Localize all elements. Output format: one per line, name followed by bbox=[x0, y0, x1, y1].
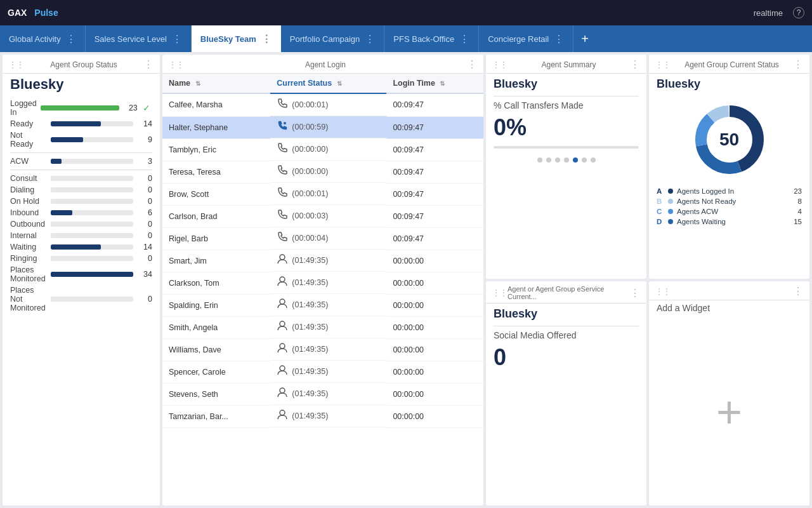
table-row[interactable]: Williams, Dave(01:49:35)00:00:00 bbox=[162, 338, 483, 361]
table-row[interactable]: Stevens, Seth(01:49:35)00:00:00 bbox=[162, 383, 483, 405]
stat-value: 14 bbox=[137, 243, 152, 251]
legend-value: 23 bbox=[794, 187, 802, 195]
stat-bar-wrap bbox=[51, 210, 133, 215]
legend-row: DAgents Waiting15 bbox=[649, 217, 809, 227]
table-row[interactable]: Spalding, Erin(01:49:35)00:00:00 bbox=[162, 294, 483, 316]
panel-menu-icon[interactable]: ⋮ bbox=[630, 287, 640, 299]
stat-label: Outbound bbox=[10, 220, 47, 229]
agent-group-status-panel: ⋮⋮ Agent Group Status ⋮ Bluesky Logged I… bbox=[3, 55, 160, 505]
drag-handle[interactable]: ⋮⋮ bbox=[492, 60, 508, 69]
help-icon[interactable]: ? bbox=[793, 7, 804, 18]
table-row[interactable]: Tamzarian, Bar...(01:49:35)00:00:00 bbox=[162, 405, 483, 427]
tab-menu-icon[interactable]: ⋮ bbox=[261, 33, 272, 45]
stat-bar-wrap bbox=[51, 137, 133, 142]
tab-label: Concierge Retail bbox=[488, 34, 549, 44]
legend-label: Agents Not Ready bbox=[677, 197, 736, 205]
table-row[interactable]: Clarkson, Tom(01:49:35)00:00:00 bbox=[162, 272, 483, 294]
dot-1[interactable] bbox=[537, 157, 542, 163]
dot-5[interactable] bbox=[573, 157, 578, 163]
top-bar-left: GAX Pulse bbox=[8, 8, 58, 18]
table-row[interactable]: Halter, Stephane(00:00:59)00:09:47 bbox=[162, 116, 483, 138]
table-row[interactable]: Smith, Angela(01:49:35)00:00:00 bbox=[162, 316, 483, 338]
login-time: 00:00:00 bbox=[386, 361, 483, 383]
dot-3[interactable] bbox=[555, 157, 560, 163]
agent-status: (01:49:35) bbox=[270, 405, 386, 427]
status-icon bbox=[277, 253, 288, 267]
table-row[interactable]: Rigel, Barb(00:00:04)00:09:47 bbox=[162, 227, 483, 250]
status-icon bbox=[277, 209, 288, 223]
tab-pfs-back-office[interactable]: PFS Back-Office ⋮ bbox=[384, 25, 479, 52]
login-time: 00:09:47 bbox=[386, 183, 483, 205]
status-time: (00:00:03) bbox=[292, 211, 328, 220]
dot-2[interactable] bbox=[546, 157, 551, 163]
drag-handle[interactable]: ⋮⋮ bbox=[655, 60, 671, 69]
agent-status: (00:00:00) bbox=[270, 138, 386, 161]
panel-menu-icon[interactable]: ⋮ bbox=[630, 58, 640, 70]
eservice-metric-value: 0 bbox=[486, 343, 646, 372]
status-icon bbox=[277, 120, 288, 134]
tab-menu-icon[interactable]: ⋮ bbox=[554, 33, 564, 45]
status-time: (01:49:35) bbox=[292, 345, 328, 354]
agent-name: Teresa, Teresa bbox=[162, 161, 270, 183]
svg-point-0 bbox=[284, 122, 286, 124]
stat-value: 0 bbox=[137, 231, 152, 240]
drag-handle[interactable]: ⋮⋮ bbox=[9, 60, 24, 69]
agent-login-panel: ⋮⋮ Agent Login ⋮ Name ⇅ Current Status ⇅… bbox=[162, 55, 483, 505]
svg-point-1 bbox=[280, 255, 285, 260]
panel-menu-icon[interactable]: ⋮ bbox=[143, 58, 154, 70]
agent-status: (00:00:01) bbox=[270, 94, 386, 116]
legend-container: AAgents Logged In23BAgents Not Ready8CAg… bbox=[649, 186, 809, 227]
plus-icon: + bbox=[716, 390, 742, 434]
table-row[interactable]: Carlson, Brad(00:00:03)00:09:47 bbox=[162, 205, 483, 227]
status-icon bbox=[277, 276, 288, 290]
status-time: (01:49:35) bbox=[292, 411, 328, 420]
table-row[interactable]: Tamblyn, Eric(00:00:00)00:09:47 bbox=[162, 138, 483, 161]
col-status[interactable]: Current Status ⇅ bbox=[270, 74, 386, 93]
tab-menu-icon[interactable]: ⋮ bbox=[172, 33, 182, 45]
agent-status: (01:49:35) bbox=[270, 361, 386, 383]
dot-6[interactable] bbox=[582, 157, 587, 163]
tab-bluesky-team[interactable]: BlueSky Team ⋮ bbox=[192, 25, 281, 52]
stat-row: Places Monitored34 bbox=[3, 264, 160, 284]
dot-7[interactable] bbox=[591, 157, 596, 163]
login-time: 00:09:47 bbox=[386, 161, 483, 183]
stat-row: Ringing0 bbox=[3, 253, 160, 264]
add-tab-button[interactable]: + bbox=[573, 25, 596, 52]
panel-header: ⋮⋮ Agent Group Current Status ⋮ bbox=[649, 55, 809, 74]
status-icon bbox=[277, 320, 288, 334]
panel-menu-icon[interactable]: ⋮ bbox=[467, 58, 477, 70]
drag-handle[interactable]: ⋮⋮ bbox=[492, 288, 508, 297]
table-row[interactable]: Teresa, Teresa(00:00:00)00:09:47 bbox=[162, 161, 483, 183]
tab-portfolio-campaign[interactable]: Portfolio Campaign ⋮ bbox=[281, 25, 385, 52]
stat-value: 9 bbox=[137, 135, 152, 144]
tab-menu-icon[interactable]: ⋮ bbox=[66, 33, 76, 45]
table-row[interactable]: Smart, Jim(01:49:35)00:00:00 bbox=[162, 250, 483, 272]
add-widget-plus-button[interactable]: + bbox=[716, 318, 742, 505]
tab-concierge-retail[interactable]: Concierge Retail ⋮ bbox=[479, 25, 573, 52]
tab-global-activity[interactable]: Global Activity ⋮ bbox=[0, 25, 86, 52]
stat-row: Consult0 bbox=[3, 173, 160, 184]
eservice-panel: ⋮⋮ Agent or Agent Group eService Current… bbox=[486, 281, 646, 505]
panel-menu-icon[interactable]: ⋮ bbox=[793, 285, 803, 297]
tab-menu-icon[interactable]: ⋮ bbox=[365, 33, 375, 45]
svg-point-7 bbox=[280, 388, 285, 393]
col-login-time[interactable]: Login Time ⇅ bbox=[386, 74, 483, 93]
table-row[interactable]: Spencer, Carole(01:49:35)00:00:00 bbox=[162, 361, 483, 383]
legend-dot bbox=[668, 209, 673, 214]
tab-menu-icon[interactable]: ⋮ bbox=[459, 33, 469, 45]
drag-handle[interactable]: ⋮⋮ bbox=[655, 287, 671, 296]
panel-title: Agent Group Current Status bbox=[684, 60, 779, 69]
stat-row: Places Not Monitored0 bbox=[3, 284, 160, 314]
table-row[interactable]: Calfee, Marsha(00:00:01)00:09:47 bbox=[162, 93, 483, 116]
stat-label: Ready bbox=[10, 119, 47, 128]
col-name[interactable]: Name ⇅ bbox=[162, 74, 270, 93]
panel-menu-icon[interactable]: ⋮ bbox=[793, 58, 803, 70]
status-time: (00:00:00) bbox=[292, 167, 328, 176]
table-row[interactable]: Brow, Scott(00:00:01)00:09:47 bbox=[162, 183, 483, 205]
stat-row: Logged In23✓ bbox=[3, 98, 160, 118]
tab-sales-service-level[interactable]: Sales Service Level ⋮ bbox=[86, 25, 192, 52]
legend-value: 8 bbox=[798, 197, 802, 205]
legend-row: CAgents ACW4 bbox=[649, 206, 809, 217]
drag-handle[interactable]: ⋮⋮ bbox=[169, 60, 184, 69]
dot-4[interactable] bbox=[564, 157, 569, 163]
